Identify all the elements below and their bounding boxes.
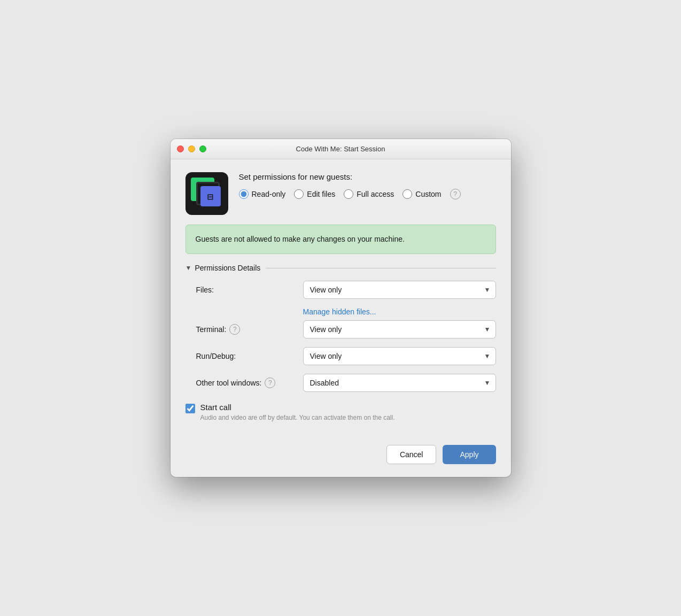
close-button[interactable]: [177, 145, 184, 152]
content-area: ⊟ Set permissions for new guests: Read-o…: [171, 159, 511, 477]
start-call-subtitle: Audio and video are off by default. You …: [200, 414, 395, 421]
maximize-button[interactable]: [199, 145, 206, 152]
radio-custom-input[interactable]: [403, 189, 412, 199]
radio-custom[interactable]: Custom: [403, 189, 441, 199]
terminal-row: Terminal: ? View only Edit files Disable…: [196, 320, 496, 338]
radio-edit-files-label: Edit files: [307, 190, 335, 198]
divider-line: [266, 268, 496, 268]
terminal-label: Terminal: ?: [196, 324, 303, 335]
manage-hidden-files-link[interactable]: Manage hidden files...: [303, 307, 496, 316]
main-window: Code With Me: Start Session ⊟ Set permis…: [171, 139, 511, 477]
radio-edit-files[interactable]: Edit files: [294, 189, 335, 199]
files-select[interactable]: View only Edit files Disabled: [303, 281, 496, 299]
other-tool-windows-select-wrapper: View only Edit files Disabled ▼: [303, 374, 496, 392]
button-row: Cancel Apply: [185, 436, 496, 464]
other-tool-windows-row: Other tool windows: ? View only Edit fil…: [196, 374, 496, 392]
app-icon-background: ⊟: [185, 172, 228, 215]
terminal-select-wrapper: View only Edit files Disabled ▼: [303, 320, 496, 338]
radio-read-only-input[interactable]: [239, 189, 249, 199]
run-debug-select[interactable]: View only Edit files Disabled: [303, 347, 496, 365]
apply-button[interactable]: Apply: [443, 445, 496, 464]
radio-group: Read-only Edit files Full access Custom: [239, 189, 496, 199]
terminal-icon: ⊟: [207, 191, 213, 202]
files-select-wrapper: View only Edit files Disabled ▼: [303, 281, 496, 299]
permissions-details: Files: View only Edit files Disabled ▼ M…: [185, 281, 496, 392]
permissions-section: Set permissions for new guests: Read-onl…: [239, 172, 496, 199]
radio-custom-label: Custom: [415, 190, 441, 198]
traffic-lights: [177, 145, 206, 152]
terminal-select[interactable]: View only Edit files Disabled: [303, 320, 496, 338]
radio-full-access-input[interactable]: [344, 189, 353, 199]
radio-read-only[interactable]: Read-only: [239, 189, 286, 199]
header-row: ⊟ Set permissions for new guests: Read-o…: [185, 172, 496, 215]
start-call-section: Start call Audio and video are off by de…: [185, 403, 496, 421]
info-box: Guests are not allowed to make any chang…: [185, 225, 496, 254]
info-box-text: Guests are not allowed to make any chang…: [196, 235, 405, 243]
files-row: Files: View only Edit files Disabled ▼: [196, 281, 496, 299]
run-debug-row: Run/Debug: View only Edit files Disabled…: [196, 347, 496, 365]
start-call-text: Start call Audio and video are off by de…: [200, 403, 395, 421]
radio-read-only-label: Read-only: [252, 190, 286, 198]
permissions-help-icon[interactable]: ?: [450, 189, 461, 199]
chevron-down-icon: ▼: [185, 264, 192, 272]
window-title: Code With Me: Start Session: [296, 145, 385, 153]
permissions-details-header: ▼ Permissions Details: [185, 264, 496, 272]
start-call-checkbox[interactable]: [185, 404, 195, 413]
other-tool-windows-select[interactable]: View only Edit files Disabled: [303, 374, 496, 392]
app-icon: ⊟: [185, 172, 228, 215]
radio-full-access-label: Full access: [357, 190, 394, 198]
cancel-button[interactable]: Cancel: [386, 445, 437, 464]
titlebar: Code With Me: Start Session: [171, 139, 511, 159]
permissions-title: Set permissions for new guests:: [239, 172, 496, 181]
files-label: Files:: [196, 286, 303, 294]
radio-edit-files-input[interactable]: [294, 189, 304, 199]
other-tool-windows-label: Other tool windows: ?: [196, 378, 303, 388]
minimize-button[interactable]: [188, 145, 195, 152]
other-tool-windows-help-icon[interactable]: ?: [265, 378, 275, 388]
run-debug-label: Run/Debug:: [196, 352, 303, 360]
start-call-label: Start call: [200, 403, 395, 412]
icon-blue-layer: ⊟: [200, 186, 221, 206]
radio-full-access[interactable]: Full access: [344, 189, 394, 199]
run-debug-select-wrapper: View only Edit files Disabled ▼: [303, 347, 496, 365]
terminal-help-icon[interactable]: ?: [229, 324, 240, 335]
permissions-details-title: ▼ Permissions Details: [185, 264, 261, 272]
icon-inner: ⊟: [191, 178, 223, 210]
